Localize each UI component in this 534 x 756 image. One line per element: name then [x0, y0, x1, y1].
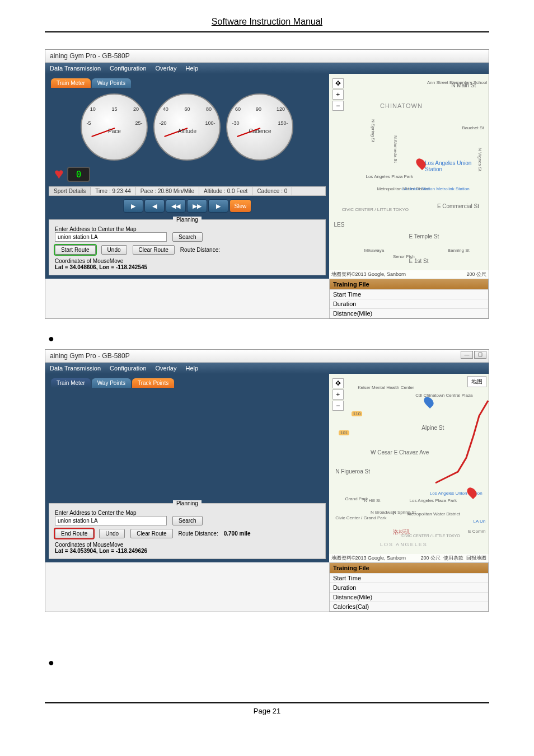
address-input[interactable]	[55, 516, 167, 525]
enter-address-label: Enter Address to Center the Map	[55, 510, 320, 516]
detail-altitude: Altitude : 0.0 Feet	[199, 187, 252, 195]
map-label-figueroa: N Figueroa St	[335, 468, 370, 475]
map-label-mikawaya: Mikawaya	[364, 248, 385, 253]
tab-way-points[interactable]: Way Points	[92, 378, 131, 388]
zoom-in-button[interactable]: +	[332, 90, 344, 100]
map-label-commercial: E Commercial St	[437, 203, 479, 209]
app-window-1: aining Gym Pro - GB-580P Data Transmissi…	[45, 49, 489, 319]
doc-title: Software Instruction Manual	[45, 17, 489, 27]
route-distance-value: 0.700 mile	[224, 530, 251, 537]
page-footer: Page 21	[45, 702, 489, 715]
gauge-cadence-label: Cadence	[249, 128, 271, 134]
menu-bar: Data Transmission Configuration Overlay …	[45, 363, 489, 374]
map-label-les: LES	[334, 222, 344, 228]
planning-panel: Planning Enter Address to Center the Map…	[49, 503, 326, 559]
coords-value: Lat = 34.053904, Lon = -118.249626	[55, 548, 320, 554]
tab-train-meter[interactable]: Train Meter	[51, 78, 91, 88]
search-button[interactable]: Search	[172, 516, 203, 525]
menu-data-transmission[interactable]: Data Transmission	[50, 65, 101, 72]
track-points-panel	[49, 388, 326, 500]
row-distance: Distance(Mile)	[330, 308, 488, 318]
map-label-laun: LA Un	[474, 519, 486, 524]
play-button[interactable]: ▶	[123, 199, 143, 213]
rewind-button[interactable]: ◀	[144, 199, 165, 213]
map-panel[interactable]: 地图 ✥ + − Keiser Mental Health Center Cdl…	[329, 374, 489, 562]
menu-overlay[interactable]: Overlay	[156, 365, 177, 372]
map-label-senor-fish: Senor Fish	[393, 254, 415, 259]
map-label-alpine: Alpine St	[421, 425, 444, 431]
menu-configuration[interactable]: Configuration	[110, 365, 146, 372]
map-label-banning: Banning St	[448, 248, 470, 253]
tab-way-points[interactable]: Way Points	[92, 78, 131, 88]
end-route-button[interactable]: End Route	[55, 529, 93, 538]
tick: 40	[163, 106, 168, 112]
gauge-pace: 101520 -525- Pace	[81, 93, 148, 161]
tick: 100-	[205, 120, 215, 126]
map-label-hwy110: 110	[352, 411, 362, 416]
map-label-civic-center-grand: Civic Center / Grand Park	[335, 515, 386, 520]
planning-title: Planning	[173, 500, 202, 506]
sport-details-label: Sport Details	[49, 187, 91, 195]
map-report[interactable]: 回报地图	[466, 555, 486, 561]
tick: 15	[111, 106, 117, 112]
search-button[interactable]: Search	[172, 232, 203, 242]
gauge-pace-label: Pace	[108, 128, 121, 134]
header-rule	[45, 31, 489, 32]
slew-button[interactable]: Slew	[229, 199, 252, 213]
map-label-chinatown: Cdl Chinatown Central Plaza	[415, 393, 472, 398]
map-label-alameda: N Alameda St	[393, 135, 398, 163]
route-distance-label: Route Distance:	[180, 247, 220, 253]
pan-control-icon[interactable]: ✥	[332, 78, 344, 88]
map-label-yimei: 洛杉矶	[393, 528, 410, 536]
menu-data-transmission[interactable]: Data Transmission	[50, 365, 101, 372]
menu-help[interactable]: Help	[185, 65, 198, 72]
gauge-altitude-label: Altitude	[178, 128, 196, 134]
row-calories: Calories(Cal)	[330, 602, 488, 611]
clear-route-button[interactable]: Clear Route	[130, 529, 172, 538]
forward-button[interactable]: ▶	[208, 199, 228, 213]
map-label-plaza-park: Los Angeles Plaza Park	[409, 498, 457, 503]
speed-display: 0	[67, 167, 91, 182]
menu-help[interactable]: Help	[185, 365, 198, 372]
map-label-temple: E Temple St	[409, 233, 439, 240]
detail-pace: Pace : 20.80 Min/Mile	[136, 187, 199, 195]
fast-forward-button[interactable]: ▶▶	[187, 199, 207, 213]
tick: 60	[235, 106, 241, 112]
clear-route-button[interactable]: Clear Route	[133, 245, 175, 255]
map-label-chinatown: CHINATOWN	[380, 102, 423, 109]
tab-train-meter[interactable]: Train Meter	[51, 378, 91, 388]
map-zoom-controls: ✥ + −	[332, 78, 344, 111]
map-label-la-union: LA Union Station Metrolink Station	[401, 186, 469, 191]
map-label-chavez: W Cesar E Chavez Ave	[371, 449, 429, 456]
tab-track-points[interactable]: Track Points	[132, 378, 174, 388]
table-header: Training File	[330, 279, 488, 289]
tick: -20	[159, 120, 166, 126]
map-label-hwy101: 101	[339, 430, 349, 435]
start-route-button[interactable]: Start Route	[55, 245, 96, 255]
title-bar: aining Gym Pro - GB-580P	[45, 350, 489, 363]
map-label-spring: N Spring St	[371, 119, 376, 142]
map-scale: 200 公尺	[420, 555, 441, 561]
map-terms[interactable]: 使用条款	[443, 555, 463, 561]
map-scale: 200 公尺	[466, 271, 486, 278]
maximize-button[interactable]: ☐	[474, 351, 486, 359]
zoom-out-button[interactable]: −	[332, 101, 344, 111]
fast-rewind-button[interactable]: ◀◀	[166, 199, 186, 213]
coords-label: Coordinates of MouseMove	[55, 258, 320, 264]
undo-button[interactable]: Undo	[99, 529, 125, 538]
minimize-button[interactable]: —	[461, 351, 473, 359]
map-label-plaza-park: Los Angeles Plaza Park	[366, 174, 413, 179]
map-copyright: 地图资料©2013 Google, Sanborn	[331, 555, 406, 562]
detail-time: Time : 9:23:44	[91, 187, 136, 195]
gauge-altitude: 406080 -20100- Altitude	[153, 93, 221, 161]
enter-address-label: Enter Address to Center the Map	[55, 226, 320, 232]
menu-configuration[interactable]: Configuration	[110, 65, 146, 72]
detail-cadence: Cadence : 0	[252, 187, 292, 195]
menu-overlay[interactable]: Overlay	[156, 65, 177, 72]
map-label-civic-center: CIVIC CENTER / LITTLE TOKYO	[342, 207, 409, 212]
address-input[interactable]	[55, 232, 167, 242]
map-label-school: Ann Street Elementary School	[427, 80, 487, 85]
undo-button[interactable]: Undo	[101, 245, 127, 255]
map-panel[interactable]: ✥ + − CHINATOWN N Main St Ann Street Ele…	[329, 74, 489, 279]
map-copyright: 地图资料©2013 Google, Sanborn	[331, 271, 406, 278]
